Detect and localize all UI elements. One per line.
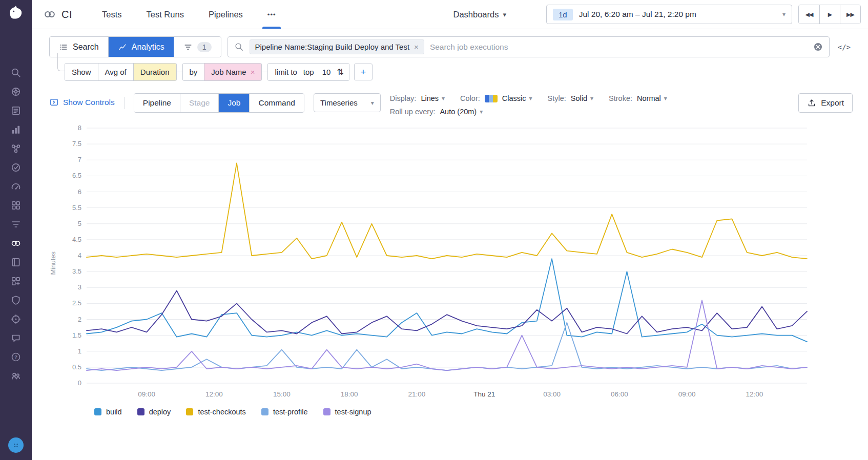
rollup-label: Roll up every: xyxy=(390,108,436,116)
active-tab-indicator xyxy=(262,27,281,29)
svg-text:4: 4 xyxy=(78,252,81,259)
legend-label: test-checkouts xyxy=(198,408,246,416)
stroke-select[interactable]: Normal▾ xyxy=(637,94,667,102)
style-select[interactable]: Solid▾ xyxy=(571,94,593,102)
sidebar: ? xyxy=(0,0,32,460)
service-map-icon[interactable] xyxy=(9,143,23,154)
line-chart-icon xyxy=(118,43,127,52)
svg-text:4.5: 4.5 xyxy=(72,236,81,243)
timeseries-chart[interactable]: 00.511.522.533.544.555.566.577.5809:0012… xyxy=(58,120,811,407)
support-chat-icon[interactable] xyxy=(9,332,23,344)
svg-text:12:00: 12:00 xyxy=(205,390,223,398)
level-pipeline-button[interactable]: Pipeline xyxy=(134,94,180,112)
synthetics-icon[interactable] xyxy=(9,162,23,173)
nav-pipelines[interactable]: Pipelines xyxy=(196,0,255,29)
add-query-button[interactable]: + xyxy=(354,64,373,80)
chevron-down-icon: ▾ xyxy=(480,109,483,115)
logs-icon[interactable] xyxy=(9,105,23,116)
svg-text:03:00: 03:00 xyxy=(543,390,561,398)
legend-item[interactable]: test-checkouts xyxy=(186,408,246,416)
group-by-label: Job Name xyxy=(211,68,246,76)
group-connector-line xyxy=(177,72,182,72)
svg-text:6: 6 xyxy=(78,188,81,196)
limit-direction-select[interactable]: top xyxy=(299,64,318,80)
by-label: by xyxy=(183,64,204,80)
export-button[interactable]: Export xyxy=(798,93,853,113)
ci-visibility-icon[interactable] xyxy=(9,238,23,249)
skip-back-button[interactable]: ◀◀ xyxy=(799,5,819,24)
search-input[interactable] xyxy=(430,43,808,52)
datadog-logo[interactable] xyxy=(7,4,25,23)
clear-circle-icon xyxy=(813,42,823,52)
measure-select[interactable]: Duration xyxy=(133,64,176,80)
nav-tests[interactable]: Tests xyxy=(90,0,134,29)
legend-item[interactable]: build xyxy=(94,408,122,416)
aggregation-select[interactable]: Avg of xyxy=(98,64,133,80)
user-avatar[interactable] xyxy=(8,437,24,453)
viz-options: Display: Lines▾ Color: Classic▾ Style: S… xyxy=(390,94,667,116)
export-label: Export xyxy=(821,98,844,108)
group-by-select[interactable]: Job Name × xyxy=(204,64,261,80)
viz-type-select[interactable]: Timeseries ▾ xyxy=(314,93,381,112)
viz-options-row-1: Display: Lines▾ Color: Classic▾ Style: S… xyxy=(390,94,667,102)
search-icon[interactable] xyxy=(9,67,23,78)
query-filter-pill[interactable]: Pipeline Name:Staging Build Deploy and T… xyxy=(250,39,424,54)
level-toggle: Pipeline Stage Job Command xyxy=(134,93,304,113)
svg-text:15:00: 15:00 xyxy=(273,390,291,398)
show-label: Show xyxy=(65,64,98,80)
analytics-mode-label: Analytics xyxy=(132,43,164,52)
level-command-button[interactable]: Command xyxy=(249,94,304,112)
style-label: Style: xyxy=(548,94,566,102)
svg-text:7.5: 7.5 xyxy=(72,140,81,148)
display-select[interactable]: Lines▾ xyxy=(421,94,445,102)
metrics-icon[interactable] xyxy=(9,124,23,135)
time-range-picker[interactable]: 1d Jul 20, 6:20 am – Jul 21, 2:20 pm ▾ xyxy=(546,5,792,24)
nav-more[interactable]: ••• xyxy=(255,0,288,29)
svg-text:3.5: 3.5 xyxy=(72,267,81,275)
apm-icon[interactable] xyxy=(9,181,23,192)
remove-filter-icon[interactable]: × xyxy=(414,43,419,51)
rollup-select[interactable]: Auto (20m)▾ xyxy=(440,108,483,116)
show-controls-link[interactable]: Show Controls xyxy=(49,97,115,107)
notebooks-icon[interactable] xyxy=(9,257,23,268)
legend-item[interactable]: deploy xyxy=(137,408,171,416)
search-field[interactable]: Pipeline Name:Staging Build Deploy and T… xyxy=(228,36,830,57)
pipelines-icon[interactable] xyxy=(9,219,23,230)
legend-item[interactable]: test-signup xyxy=(323,408,371,416)
infrastructure-icon[interactable] xyxy=(9,86,23,97)
play-button[interactable]: ▶ xyxy=(819,5,840,24)
nav-test-runs[interactable]: Test Runs xyxy=(134,0,196,29)
chart-section: Minutes 00.511.522.533.544.555.566.577.5… xyxy=(49,120,853,407)
remove-group-by-icon[interactable]: × xyxy=(251,68,255,76)
security-icon[interactable] xyxy=(9,295,23,306)
query-syntax-toggle[interactable]: </> xyxy=(836,43,853,51)
topbar-right: Dashboards ▾ 1d Jul 20, 6:20 am – Jul 21… xyxy=(453,5,861,24)
limit-value-input[interactable]: 10 xyxy=(318,64,335,80)
display-label: Display: xyxy=(390,94,417,102)
datadog-dog-icon xyxy=(7,4,25,21)
help-icon[interactable]: ? xyxy=(9,351,23,363)
filter-count-badge: 1 xyxy=(197,42,212,52)
legend-item[interactable]: test-profile xyxy=(261,408,308,416)
skip-forward-button[interactable]: ▶▶ xyxy=(840,5,860,24)
svg-text:0.5: 0.5 xyxy=(72,363,81,371)
organization-icon[interactable] xyxy=(9,370,23,382)
filters-button[interactable]: 1 xyxy=(174,37,221,57)
search-row: Search Analytics 1 Pipeline Name:Staging… xyxy=(49,36,853,57)
list-icon xyxy=(59,43,68,52)
watchdog-icon[interactable] xyxy=(9,313,23,325)
analytics-mode-button[interactable]: Analytics xyxy=(108,37,174,57)
clear-search-button[interactable] xyxy=(813,42,823,52)
sort-order-icon[interactable]: ⇅ xyxy=(335,64,348,80)
time-preset-badge[interactable]: 1d xyxy=(553,9,573,20)
color-select[interactable]: Classic▾ xyxy=(502,94,532,102)
app-window: ? CI Tests Test Runs Pipelines ••• xyxy=(0,0,868,460)
integrations-icon[interactable] xyxy=(9,200,23,211)
dashboards-menu[interactable]: Dashboards ▾ xyxy=(453,10,506,19)
chevron-down-icon: ▾ xyxy=(503,11,506,18)
svg-text:3: 3 xyxy=(78,283,81,291)
level-stage-button[interactable]: Stage xyxy=(180,94,219,112)
services-icon[interactable] xyxy=(9,276,23,287)
stroke-value: Normal xyxy=(637,94,661,102)
level-job-button[interactable]: Job xyxy=(218,94,249,112)
